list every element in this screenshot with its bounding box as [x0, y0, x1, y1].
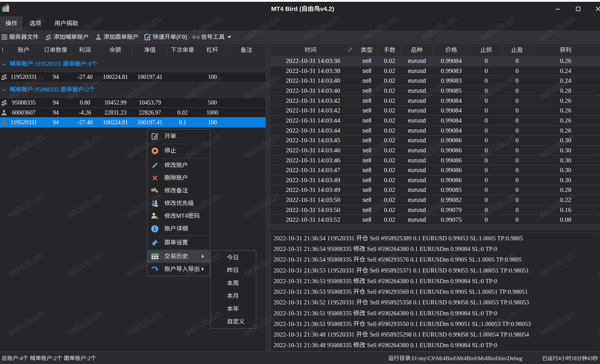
svg-text:ab: ab	[151, 187, 157, 192]
